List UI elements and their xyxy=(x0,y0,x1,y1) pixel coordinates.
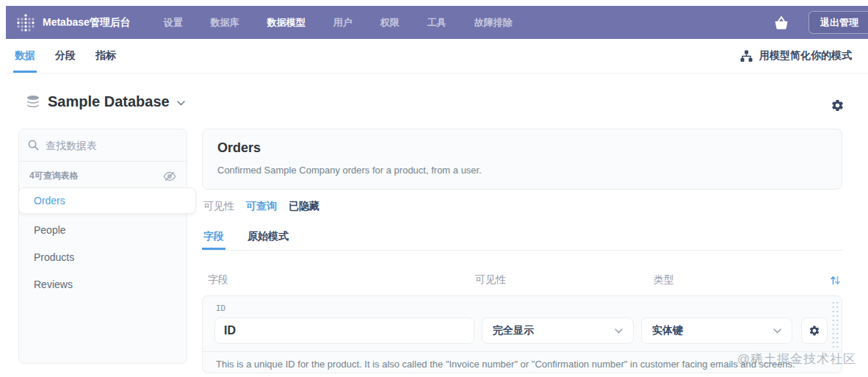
table-item-people[interactable]: People xyxy=(19,216,187,243)
watermark: @稀土掘金技术社区 xyxy=(737,351,856,367)
nav-item-databases[interactable]: 数据库 xyxy=(197,16,253,29)
field-type-value: 实体键 xyxy=(652,324,683,337)
table-item-reviews[interactable]: Reviews xyxy=(19,270,187,298)
simplify-with-models-label: 用模型简化你的模式 xyxy=(759,49,852,62)
tab-fields[interactable]: 字段 xyxy=(203,223,224,250)
table-description[interactable]: Confirmed Sample Company orders for a pr… xyxy=(217,165,827,176)
nav-item-settings[interactable]: 设置 xyxy=(150,16,197,29)
table-search-input[interactable] xyxy=(46,140,163,151)
tab-original-schema[interactable]: 原始模式 xyxy=(247,223,289,250)
metabase-logo-icon[interactable] xyxy=(16,13,35,32)
store-basket-icon[interactable] xyxy=(773,15,789,30)
simplify-with-models-link[interactable]: 用模型简化你的模式 xyxy=(740,39,852,73)
field-settings-button[interactable] xyxy=(801,317,828,344)
column-header-visibility: 可见性 xyxy=(475,273,654,287)
chevron-down-icon xyxy=(177,101,185,106)
field-row: 完全显示 实体键 xyxy=(214,317,842,344)
nav-item-people[interactable]: 用户 xyxy=(319,16,366,29)
database-settings-gear-icon[interactable] xyxy=(831,98,845,112)
admin-topbar: Metabase管理后台 设置 数据库 数据模型 用户 权限 工具 故障排除 退… xyxy=(6,6,868,39)
sort-order-icon[interactable] xyxy=(830,275,841,286)
table-item-products[interactable]: Products xyxy=(19,243,187,270)
exit-admin-button[interactable]: 退出管理 xyxy=(809,11,868,34)
database-name: Sample Database xyxy=(48,93,170,110)
column-header-type: 类型 xyxy=(654,273,830,287)
detail-tabs: 字段 原始模式 xyxy=(202,223,842,251)
table-list: Orders People Products Reviews xyxy=(19,187,187,298)
drag-handle[interactable] xyxy=(831,301,839,348)
search-icon xyxy=(28,140,39,151)
gear-icon xyxy=(809,325,820,337)
metabase-admin-page: Metabase管理后台 设置 数据库 数据模型 用户 权限 工具 故障排除 退… xyxy=(0,0,868,377)
chevron-down-icon xyxy=(773,328,781,334)
table-item-orders[interactable]: Orders xyxy=(18,187,196,214)
field-columns-header: 字段 可见性 类型 xyxy=(202,266,842,294)
column-header-field: 字段 xyxy=(202,273,475,287)
tab-segments[interactable]: 分段 xyxy=(55,39,76,73)
table-title[interactable]: Orders xyxy=(217,140,827,156)
nav-item-data-model[interactable]: 数据模型 xyxy=(253,16,319,29)
field-display-name-input[interactable] xyxy=(214,317,474,344)
admin-nav: 设置 数据库 数据模型 用户 权限 工具 故障排除 xyxy=(150,16,527,29)
field-visibility-value: 完全显示 xyxy=(493,324,534,337)
nav-item-permissions[interactable]: 权限 xyxy=(366,16,413,29)
tab-metrics[interactable]: 指标 xyxy=(95,39,116,73)
tables-sidebar: 4可查询表格 Orders People Products Reviews xyxy=(18,129,187,364)
field-type-select[interactable]: 实体键 xyxy=(641,317,792,344)
queryable-count-row: 4可查询表格 xyxy=(19,162,187,186)
queryable-count-label: 4可查询表格 xyxy=(29,170,79,182)
model-icon xyxy=(740,50,753,62)
data-model-subnav: 数据 分段 指标 用模型简化你的模式 xyxy=(6,39,868,73)
visibility-option-queryable[interactable]: 可查询 xyxy=(246,200,277,213)
table-search xyxy=(19,129,187,162)
visibility-row: 可见性 可查询 已隐藏 xyxy=(203,200,319,213)
database-picker[interactable]: Sample Database xyxy=(26,93,185,110)
eye-slash-icon[interactable] xyxy=(163,171,176,182)
table-summary-card: Orders Confirmed Sample Company orders f… xyxy=(202,129,842,190)
admin-title: Metabase管理后台 xyxy=(43,16,131,29)
field-visibility-select[interactable]: 完全显示 xyxy=(482,317,634,344)
chevron-down-icon xyxy=(615,328,623,334)
nav-item-troubleshooting[interactable]: 故障排除 xyxy=(460,16,527,29)
topbar-right: 退出管理 xyxy=(773,11,868,34)
nav-item-tools[interactable]: 工具 xyxy=(413,16,460,29)
tab-data[interactable]: 数据 xyxy=(15,39,35,73)
visibility-option-hidden[interactable]: 已隐藏 xyxy=(289,200,319,213)
database-icon xyxy=(26,95,40,109)
field-column-name: ID xyxy=(203,296,842,313)
visibility-label: 可见性 xyxy=(203,200,234,213)
